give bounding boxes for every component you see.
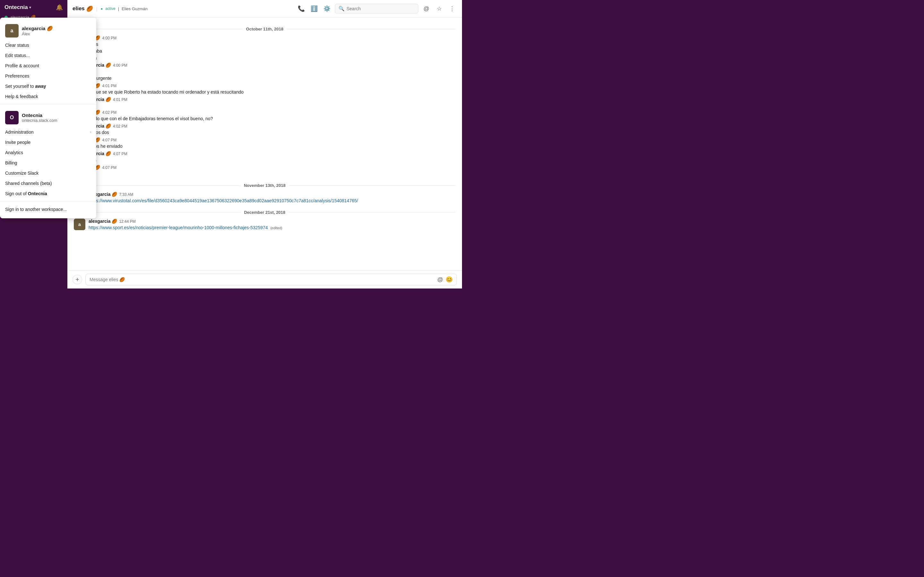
message-header: xgarcia 🏉 4:07 PM: [89, 151, 456, 156]
message-link[interactable]: https://www.sport.es/es/noticias/premier…: [89, 225, 268, 230]
edited-label: (edited): [270, 226, 282, 230]
menu-signin-section: Sign in to another workspace...: [0, 201, 96, 218]
message-input-wrap[interactable]: @ 😊: [86, 274, 457, 285]
recipient-emoji: 🏉: [86, 5, 93, 12]
search-icon: 🔍: [338, 6, 344, 11]
menu-item-signin-another[interactable]: Sign in to another workspace...: [0, 204, 96, 216]
message-group: a xgarcia 🏉 4:00 PM ya era urgente: [74, 63, 456, 82]
date-divider-oct: October 11th, 2018: [74, 27, 456, 31]
message-time: 12:44 PM: [119, 219, 136, 224]
menu-item-clear-status[interactable]: Clear status: [0, 40, 96, 50]
message-group: a alexgarcia 🏉 12:44 PM https://www.spor…: [74, 219, 456, 231]
message-text: de los dos: [89, 129, 456, 136]
menu-item-preferences[interactable]: Preferences: [0, 71, 96, 81]
message-link[interactable]: https://www.virustotal.com/es/file/d3560…: [89, 198, 358, 203]
attach-button[interactable]: +: [73, 275, 82, 284]
message-group: a alexgarcia 🏉 7:33 AM https://www.virus…: [74, 192, 456, 204]
message-header: xgarcia 🏉 4:01 PM: [89, 97, 456, 102]
message-text: iendo que con el de Embajadoras tenemos …: [89, 115, 456, 122]
menu-item-analytics[interactable]: Analytics: [0, 147, 96, 158]
phone-icon[interactable]: 📞: [296, 4, 306, 13]
messages-area[interactable]: October 11th, 2018 e es 🏉 4:00 PM enas e…: [67, 18, 462, 270]
workspace-header[interactable]: Ontecnia ▾ 🔔: [0, 0, 67, 15]
menu-item-away[interactable]: Set yourself to away: [0, 81, 96, 91]
menu-item-profile[interactable]: Profile & account: [0, 61, 96, 71]
at-input-icon[interactable]: @: [437, 276, 443, 283]
dropdown-menu: a alexgarcia 🏉 Álex Clear status Edit st…: [0, 18, 96, 218]
active-status: active: [105, 6, 115, 11]
date-divider-dec: December 21st, 2018: [74, 210, 456, 215]
message-header: alexgarcia 🏉 7:33 AM: [89, 192, 456, 197]
message-text: https://www.virustotal.com/es/file/d3560…: [89, 197, 456, 204]
at-icon[interactable]: @: [422, 4, 431, 13]
message-time: 4:07 PM: [102, 138, 116, 142]
message-content: xgarcia 🏉 4:00 PM ya era urgente: [89, 63, 456, 82]
active-dot-icon: ●: [101, 7, 103, 11]
recipient-full-name: Elies Guzmán: [121, 6, 148, 11]
message-content: alexgarcia 🏉 12:44 PM https://www.sport.…: [89, 219, 456, 231]
message-time: 4:02 PM: [113, 124, 128, 129]
message-group: a xgarcia 🏉 4:01 PM: [74, 97, 456, 108]
message-group: e es 🏉 4:07 PM .: [74, 165, 456, 177]
message-input-bar: + @ 😊: [67, 270, 462, 288]
message-header: es 🏉 4:00 PM: [89, 35, 456, 40]
message-content: alexgarcia 🏉 7:33 AM https://www.virusto…: [89, 192, 456, 204]
menu-item-billing[interactable]: Billing: [0, 158, 96, 168]
star-icon[interactable]: ☆: [435, 4, 444, 13]
search-box[interactable]: 🔍: [335, 4, 418, 13]
menu-workspace-section: O Ontecnia ontecnia.slack.com Administra…: [0, 105, 96, 201]
message-header: es 🏉 4:02 PM: [89, 110, 456, 115]
menu-workspace-avatar: O: [5, 111, 19, 124]
message-time: 4:00 PM: [113, 63, 128, 68]
menu-workspace-info: Ontecnia ontecnia.slack.com: [22, 113, 57, 123]
message-header: alexgarcia 🏉 12:44 PM: [89, 219, 456, 224]
message-time: 7:33 AM: [119, 192, 133, 197]
more-icon[interactable]: ⋮: [447, 4, 457, 13]
bell-icon[interactable]: 🔔: [56, 4, 63, 11]
date-label-nov: November 13th, 2018: [244, 183, 286, 188]
message-header: es 🏉 4:07 PM: [89, 165, 456, 170]
message-group: a xgarcia 🏉 4:02 PM de los dos: [74, 123, 456, 136]
topbar-right: 📞 ℹ️ ⚙️ 🔍 @ ☆ ⋮: [296, 4, 457, 13]
message-text: https://www.sport.es/es/noticias/premier…: [89, 224, 456, 231]
message-group: e es 🏉 4:02 PM iendo que con el de Embaj…: [74, 110, 456, 122]
menu-username: alexgarcia 🏉: [22, 26, 53, 31]
chevron-right-icon: ›: [90, 130, 91, 134]
emoji-input-icon[interactable]: 😊: [446, 276, 453, 283]
date-label-dec: December 21st, 2018: [244, 210, 286, 215]
message-content: xgarcia 🏉 4:01 PM: [89, 97, 456, 108]
settings-icon[interactable]: ⚙️: [322, 4, 332, 13]
menu-item-edit-status[interactable]: Edit status...: [0, 50, 96, 61]
menu-workspace-name: Ontecnia: [22, 113, 57, 118]
message-time: 4:07 PM: [102, 165, 116, 170]
menu-user-header: a alexgarcia 🏉 Álex: [0, 20, 96, 40]
topbar-separator2: |: [118, 6, 119, 11]
menu-item-shared-channels[interactable]: Shared channels (beta): [0, 178, 96, 189]
message-content: xgarcia 🏉 4:07 PM cias: [89, 151, 456, 163]
message-time: 4:01 PM: [113, 97, 128, 102]
message-text: era urgente: [89, 75, 456, 82]
message-header: xgarcia 🏉 4:00 PM: [89, 63, 456, 68]
menu-item-signout[interactable]: Sign out of Ontecnia: [0, 189, 96, 199]
message-text: te los he enviado: [89, 143, 456, 150]
menu-item-administration[interactable]: Administration ›: [0, 127, 96, 137]
menu-user-display: Álex: [22, 31, 53, 36]
menu-user-section: a alexgarcia 🏉 Álex Clear status Edit st…: [0, 18, 96, 105]
message-group: a xgarcia 🏉 4:07 PM cias: [74, 151, 456, 163]
search-input[interactable]: [347, 6, 415, 11]
message-group: e es 🏉 4:01 PM a, que se ve quie Roberto…: [74, 83, 456, 95]
info-icon[interactable]: ℹ️: [309, 4, 319, 13]
main-content: elies 🏉 | ● active | Elies Guzmán 📞 ℹ️ ⚙…: [67, 0, 462, 288]
message-content: es 🏉 4:07 PM te los he enviado: [89, 137, 456, 150]
avatar: a: [74, 219, 86, 230]
menu-item-help[interactable]: Help & feedback: [0, 91, 96, 102]
message-group: e es 🏉 4:00 PM enas estaba y ya: [74, 35, 456, 61]
menu-item-customize[interactable]: Customize Slack: [0, 168, 96, 178]
menu-user-avatar: a: [5, 24, 19, 37]
message-content: es 🏉 4:02 PM iendo que con el de Embajad…: [89, 110, 456, 122]
message-input[interactable]: [89, 277, 435, 282]
message-group: e es 🏉 4:07 PM te los he enviado: [74, 137, 456, 150]
message-time: 4:07 PM: [113, 152, 128, 156]
chevron-down-icon: ▾: [29, 5, 31, 10]
menu-item-invite-people[interactable]: Invite people: [0, 137, 96, 147]
